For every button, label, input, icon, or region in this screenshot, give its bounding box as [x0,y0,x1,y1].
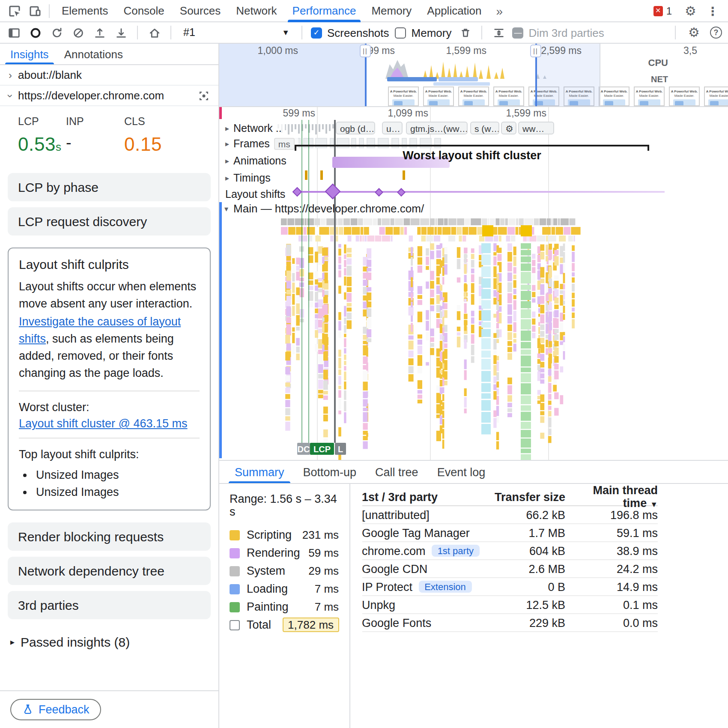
insight-card[interactable]: Render blocking requests [8,522,211,551]
insight-card[interactable]: Network dependency tree [8,557,211,585]
network-request-pill[interactable]: gtm.js…(ww… [406,122,468,134]
capture-settings-gear-icon[interactable]: ⚙ [684,25,704,40]
party-row[interactable]: chrome.com1st party604 kB38.9 ms [362,542,658,560]
tab-sources[interactable]: Sources [172,0,228,22]
legend-total[interactable]: Total1,782 ms [230,616,339,634]
legend-system[interactable]: System29 ms [230,562,339,580]
record-icon[interactable] [27,25,43,40]
party-row[interactable]: [unattributed]66.2 kB196.8 ms [362,506,658,524]
insight-card[interactable]: LCP request discovery [8,207,211,236]
net-request-bar [433,82,490,85]
details-tab-call-tree[interactable]: Call tree [367,461,427,483]
sidebar-item-site[interactable]: › https://developer.chrome.com [0,86,218,106]
marker-l[interactable]: L [335,443,346,455]
tab-elements[interactable]: Elements [54,0,116,22]
feedback-button[interactable]: Feedback [10,699,101,720]
table-header[interactable]: 1st / 3rd party Transfer size Main threa… [362,488,658,506]
menu-kebab-icon[interactable]: ⋮ [702,4,723,18]
network-request-pill[interactable]: ogb (d… [336,122,375,134]
sidebar-tab-insights[interactable]: Insights [3,44,56,64]
track-layout-shifts[interactable]: Layout shifts [225,188,289,200]
screenshot-thumbnail[interactable]: A Powerful Web.Made Easier. [388,87,419,106]
network-request-pill[interactable]: ww… [518,122,554,134]
legend-scripting[interactable]: Scripting231 ms [230,526,339,544]
main-thread-header[interactable]: ▾Main — https://developer.chrome.com/ [224,202,424,215]
sidebar-item-blank[interactable]: › about://blank [0,65,218,86]
capture-icon[interactable] [198,90,210,101]
party-row[interactable]: Google CDN2.6 MB24.2 ms [362,560,658,578]
checkbox-checked-icon: ✓ [311,27,322,38]
settings-gear-icon[interactable]: ⚙ [680,3,701,18]
tab-performance[interactable]: Performance [285,0,364,22]
details-tab-bottom-up[interactable]: Bottom-up [295,461,365,483]
panel-left-toggle-icon[interactable] [6,25,21,40]
metric-cls[interactable]: CLS 0.15 [124,116,162,156]
screenshot-thumbnail[interactable]: A Powerful Web.Made Easier. [704,87,728,106]
chevron-down-icon: › [5,94,15,97]
layout-shift-culprits-card[interactable]: Layout shift culprits Layout shifts occu… [8,248,211,510]
track-frames[interactable]: ▸Framesms [225,138,298,150]
passed-insights[interactable]: ▸ Passed insights (8) [0,625,218,659]
network-request-pill[interactable]: s (w… [470,122,499,134]
party-row[interactable]: IP ProtectExtension0 B14.9 ms [362,578,658,596]
legend-rendering[interactable]: Rendering59 ms [230,544,339,562]
party-row[interactable]: Unpkg12.5 kB0.1 ms [362,596,658,614]
timeline-overview[interactable]: A Powerful Web.Made Easier.A Powerful We… [219,44,728,107]
collect-garbage-icon[interactable] [457,25,473,40]
profile-select[interactable]: #1 ▼ [180,24,293,41]
track-timings[interactable]: ▸Timings [225,172,274,184]
legend-painting[interactable]: Painting7 ms [230,598,339,616]
legend-loading[interactable]: Loading7 ms [230,580,339,598]
sidebar-tab-annotations[interactable]: Annotations [57,44,130,64]
marker-dc[interactable]: DC [297,443,310,455]
reload-icon[interactable] [49,25,64,40]
network-request-pill[interactable]: u… [382,122,403,134]
insight-card[interactable]: 3rd parties [8,591,211,619]
tab-application[interactable]: Application [419,0,489,22]
clear-icon[interactable] [70,25,86,40]
inspect-icon[interactable] [5,1,24,20]
timeline-tracks[interactable]: 599 ms1,099 ms1,599 ms ▸Network .. ogb (… [219,107,728,460]
metric-inp[interactable]: INP - [66,116,124,156]
track-network[interactable]: ▸Network .. [225,122,285,134]
triangle-right-icon: ▸ [225,157,229,165]
dim-3rd-parties-checkbox[interactable]: — Dim 3rd parties [512,26,604,39]
details-tab-summary[interactable]: Summary [226,461,293,483]
tab-memory[interactable]: Memory [364,0,419,22]
help-icon[interactable]: ? [710,27,722,39]
details-tab-event-log[interactable]: Event log [429,461,494,483]
tab-network[interactable]: Network [228,0,284,22]
screenshot-thumbnail[interactable]: A Powerful Web.Made Easier. [599,87,630,106]
device-toolbar-icon[interactable] [26,1,45,20]
metric-lcp[interactable]: LCP 0.53s [18,116,66,156]
party-row[interactable]: Google Tag Manager1.7 MB59.1 ms [362,524,658,542]
screenshot-thumbnail[interactable]: A Powerful Web.Made Easier. [458,87,489,106]
issues-counter[interactable]: ✕ 1 [653,5,672,17]
devtools-window: ElementsConsoleSourcesNetworkPerformance… [0,0,728,728]
screenshot-thumbnail[interactable]: A Powerful Web.Made Easier. [423,87,454,106]
range-label: Range: 1.56 s – 3.34 s [230,492,339,518]
network-request-pill[interactable]: ⚙ [501,122,516,134]
memory-checkbox[interactable]: Memory [395,26,452,39]
download-profile-icon[interactable] [113,25,128,40]
screenshot-thumbnail[interactable]: A Powerful Web.Made Easier. [634,87,665,106]
distribute-vertical-icon[interactable] [491,25,506,40]
screenshot-thumbnail[interactable]: A Powerful Web.Made Easier. [669,87,700,106]
timing-mark[interactable] [305,170,307,180]
insight-card[interactable]: LCP by phase [8,173,211,201]
marker-lcp[interactable]: LCP [310,443,334,455]
timing-mark[interactable] [403,170,405,180]
upload-profile-icon[interactable] [92,25,107,40]
window-handle-right[interactable]: || [535,44,537,106]
screenshot-thumbnail[interactable]: A Powerful Web.Made Easier. [493,87,524,106]
window-handle-left[interactable]: || [365,44,367,106]
party-row[interactable]: Google Fonts229 kB0.0 ms [362,614,658,632]
worst-cluster-link[interactable]: Layout shift cluster @ 463.15 ms [19,417,188,430]
flame-chart[interactable] [219,215,728,460]
timing-mark[interactable] [320,170,323,180]
screenshots-checkbox[interactable]: ✓ Screenshots [311,26,389,39]
track-animations[interactable]: ▸Animations [225,155,290,167]
home-icon[interactable] [146,25,162,40]
tab-console[interactable]: Console [116,0,172,22]
more-tabs-icon[interactable]: » [491,4,508,18]
